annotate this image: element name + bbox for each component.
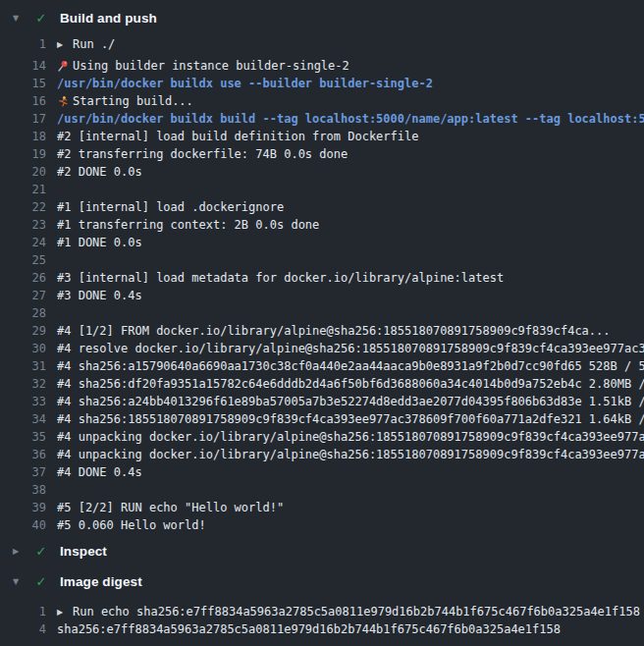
section-body: 1 ▶ Run echo sha256:e7ff8834a5963a2785c5… (0, 595, 644, 638)
log-line: 35 #4 unpacking docker.io/library/alpine… (0, 428, 644, 446)
line-number[interactable]: 30 (0, 340, 57, 357)
line-text: #1 DONE 0.0s (57, 234, 644, 251)
line-number[interactable]: 19 (0, 145, 57, 163)
run-chevron-icon[interactable]: ▶ (57, 35, 73, 53)
line-number[interactable]: 38 (0, 481, 57, 499)
line-number[interactable]: 25 (0, 251, 57, 269)
line-text: #4 sha256:a15790640a6690aa1730c38cf0a440… (57, 357, 644, 375)
line-text: #5 0.060 Hello world! (57, 516, 644, 534)
line-number[interactable]: 31 (0, 357, 57, 375)
log-line: 23 #1 transferring context: 2B 0.0s done (0, 216, 644, 234)
log-line: 29 #4 [1/2] FROM docker.io/library/alpin… (0, 322, 644, 340)
toggle-chevron-icon[interactable]: ▼ (13, 577, 26, 586)
line-text: /usr/bin/docker buildx use --builder bui… (57, 75, 644, 92)
line-text: #4 unpacking docker.io/library/alpine@sh… (57, 428, 644, 446)
line-text: #2 [internal] load build definition from… (57, 128, 644, 145)
line-number[interactable]: 34 (0, 410, 57, 428)
line-number[interactable]: 35 (0, 428, 57, 446)
line-text: #3 DONE 0.4s (57, 287, 644, 304)
log-line: 36 #4 unpacking docker.io/library/alpine… (0, 446, 644, 463)
line-number[interactable]: 20 (0, 163, 57, 181)
success-check-icon: ✓ (34, 544, 48, 559)
log-section-build-and-push: ▼ ✓ Build and push 1 ▶ Run ./ 14 Using b… (0, 0, 644, 534)
section-body: 1 ▶ Run ./ 14 Using builder instance bui… (0, 35, 644, 534)
line-number[interactable]: 27 (0, 287, 57, 304)
log-line: 31 #4 sha256:a15790640a6690aa1730c38cf0a… (0, 357, 644, 375)
log-line: 21 (0, 181, 644, 198)
line-number[interactable]: 33 (0, 393, 57, 410)
line-text: #4 DONE 0.4s (57, 463, 644, 481)
log-line: 33 #4 sha256:a24bb4013296f61e89ba57005a7… (0, 393, 644, 410)
success-check-icon: ✓ (34, 11, 48, 26)
line-text: #1 transferring context: 2B 0.0s done (57, 216, 644, 234)
line-number[interactable]: 1 (0, 603, 57, 620)
line-text: #5 [2/2] RUN echo "Hello world!" (57, 499, 644, 516)
line-number[interactable]: 16 (0, 92, 57, 110)
line-text: Run ./ (73, 35, 644, 53)
line-number[interactable]: 22 (0, 198, 57, 216)
log-line: 24 #1 DONE 0.0s (0, 234, 644, 251)
log-line: 17 /usr/bin/docker buildx build --tag lo… (0, 110, 644, 128)
line-text: #4 sha256:185518070891758909c9f839cf4ca3… (57, 410, 644, 428)
line-text: #4 [1/2] FROM docker.io/library/alpine@s… (57, 322, 644, 340)
line-text: #4 sha256:df20fa9351a15782c64e6dddb2d4a6… (57, 375, 644, 393)
line-text: Using builder instance builder-single-2 (73, 57, 644, 75)
section-title: Build and push (60, 11, 157, 26)
log-section-inspect: ▶ ✓ Inspect (0, 534, 644, 567)
line-text: #3 [internal] load metadata for docker.i… (57, 269, 644, 287)
line-number[interactable]: 36 (0, 446, 57, 463)
pushpin-icon (57, 57, 73, 75)
log-line: 37 #4 DONE 0.4s (0, 463, 644, 481)
section-title: Image digest (60, 574, 142, 589)
toggle-chevron-icon[interactable]: ▶ (13, 547, 26, 556)
line-number[interactable]: 37 (0, 463, 57, 481)
section-header[interactable]: ▼ ✓ Image digest (0, 567, 644, 595)
line-text: #4 resolve docker.io/library/alpine@sha2… (57, 340, 644, 357)
log-line: 20 #2 DONE 0.0s (0, 163, 644, 181)
line-number[interactable]: 24 (0, 234, 57, 251)
line-text: /usr/bin/docker buildx build --tag local… (57, 110, 644, 128)
log-line: 4 sha256:e7ff8834a5963a2785c5a0811e979d1… (0, 620, 644, 638)
line-number[interactable]: 4 (0, 620, 57, 638)
line-number[interactable]: 28 (0, 304, 57, 322)
log-line: 16 Starting build... (0, 92, 644, 110)
log-line: 26 #3 [internal] load metadata for docke… (0, 269, 644, 287)
log-line: 38 (0, 481, 644, 499)
line-number[interactable]: 15 (0, 75, 57, 92)
line-number[interactable]: 32 (0, 375, 57, 393)
line-number[interactable]: 1 (0, 35, 57, 53)
run-chevron-icon[interactable]: ▶ (57, 603, 73, 620)
line-text: #4 sha256:a24bb4013296f61e89ba57005a7b3e… (57, 393, 644, 410)
line-number[interactable]: 14 (0, 57, 57, 75)
line-number[interactable]: 26 (0, 269, 57, 287)
line-text: #2 DONE 0.0s (57, 163, 644, 181)
line-number[interactable]: 39 (0, 499, 57, 516)
log-line: 28 (0, 304, 644, 322)
line-number[interactable]: 40 (0, 516, 57, 534)
log-line: 25 (0, 251, 644, 269)
line-text: sha256:e7ff8834a5963a2785c5a0811e979d16b… (57, 620, 644, 638)
log-line: 34 #4 sha256:185518070891758909c9f839cf4… (0, 410, 644, 428)
log-line: 30 #4 resolve docker.io/library/alpine@s… (0, 340, 644, 357)
line-text: Starting build... (73, 92, 644, 110)
success-check-icon: ✓ (34, 574, 48, 589)
line-text: Run echo sha256:e7ff8834a5963a2785c5a081… (73, 603, 644, 620)
section-title: Inspect (60, 544, 107, 559)
log-line: 1 ▶ Run echo sha256:e7ff8834a5963a2785c5… (0, 603, 644, 620)
log-line: 40 #5 0.060 Hello world! (0, 516, 644, 534)
workflow-log: ▼ ✓ Build and push 1 ▶ Run ./ 14 Using b… (0, 0, 644, 638)
line-number[interactable]: 23 (0, 216, 57, 234)
section-header[interactable]: ▼ ✓ Build and push (0, 0, 644, 35)
line-number[interactable]: 29 (0, 322, 57, 340)
line-text: #2 transferring dockerfile: 74B 0.0s don… (57, 145, 644, 163)
section-header[interactable]: ▶ ✓ Inspect (0, 534, 644, 567)
log-line: 14 Using builder instance builder-single… (0, 57, 644, 75)
log-line: 27 #3 DONE 0.4s (0, 287, 644, 304)
toggle-chevron-icon[interactable]: ▼ (13, 14, 26, 23)
line-number[interactable]: 21 (0, 181, 57, 198)
line-number[interactable]: 18 (0, 128, 57, 145)
log-line: 15 /usr/bin/docker buildx use --builder … (0, 75, 644, 92)
line-text: #1 [internal] load .dockerignore (57, 198, 644, 216)
log-line: 1 ▶ Run ./ (0, 35, 644, 53)
line-number[interactable]: 17 (0, 110, 57, 128)
